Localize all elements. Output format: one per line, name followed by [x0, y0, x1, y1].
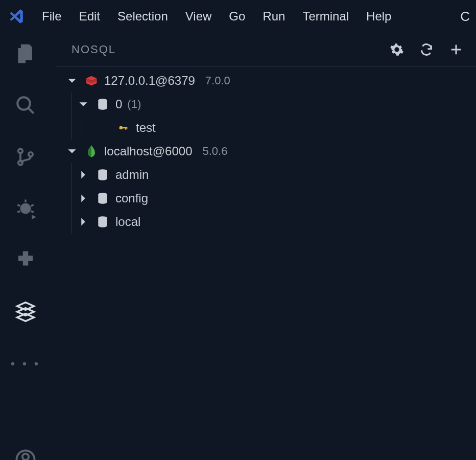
vscode-logo-icon — [6, 6, 27, 27]
menu-terminal[interactable]: Terminal — [302, 9, 349, 24]
panel-header: NOSQL — [51, 33, 476, 66]
menu-selection[interactable]: Selection — [117, 9, 168, 24]
extensions-icon[interactable] — [14, 248, 37, 272]
svg-line-9 — [17, 211, 20, 212]
svg-rect-19 — [125, 127, 126, 130]
tree-spacer — [97, 121, 110, 134]
files-icon[interactable] — [14, 42, 37, 65]
key-icon — [115, 120, 131, 135]
db-count: (1) — [127, 98, 141, 111]
connection-label: 127.0.0.1@6379 — [104, 74, 195, 88]
mongo-icon — [84, 144, 99, 159]
svg-point-4 — [29, 152, 33, 156]
debug-icon[interactable] — [14, 197, 37, 220]
mongo-db-config[interactable]: config — [56, 187, 476, 210]
svg-line-7 — [17, 205, 20, 206]
svg-point-12 — [17, 451, 35, 461]
chevron-right-icon — [77, 192, 90, 205]
mongo-children: admin config — [56, 163, 476, 234]
add-icon[interactable] — [448, 42, 464, 57]
search-icon[interactable] — [14, 94, 37, 117]
redis-db-0[interactable]: 0 (1) — [56, 93, 476, 116]
activitybar: • • • — [0, 33, 51, 460]
svg-line-8 — [31, 205, 34, 206]
menu-edit[interactable]: Edit — [79, 9, 100, 24]
svg-line-10 — [31, 211, 34, 212]
db-name: admin — [115, 168, 149, 182]
nosql-activity-icon[interactable] — [14, 300, 37, 324]
panel-actions — [389, 42, 464, 57]
database-icon — [95, 167, 110, 182]
menu-view[interactable]: View — [185, 9, 212, 24]
db-name: config — [115, 191, 148, 205]
connection-redis[interactable]: 127.0.0.1@6379 7.0.0 — [56, 69, 476, 93]
menu-run[interactable]: Run — [263, 9, 285, 24]
key-name: test — [136, 121, 156, 135]
redis-key-test[interactable]: test — [56, 116, 476, 140]
redis-db-0-keys: test — [56, 116, 476, 140]
database-icon — [95, 214, 110, 229]
redis-children: 0 (1) test — [56, 93, 476, 140]
chevron-right-icon — [77, 215, 90, 228]
database-icon — [95, 97, 110, 112]
connection-version: 5.0.6 — [202, 145, 227, 158]
source-control-icon[interactable] — [14, 145, 37, 169]
menu-go[interactable]: Go — [229, 9, 245, 24]
svg-point-2 — [18, 149, 22, 153]
redis-icon — [84, 73, 99, 88]
db-name: local — [115, 215, 140, 229]
sidepanel: NOSQL — [51, 33, 476, 460]
refresh-icon[interactable] — [419, 42, 434, 57]
svg-marker-11 — [32, 215, 36, 219]
svg-rect-20 — [127, 127, 128, 129]
mongo-db-local[interactable]: local — [56, 210, 476, 234]
chevron-down-icon — [65, 145, 79, 158]
svg-line-1 — [28, 108, 34, 113]
chevron-right-icon — [77, 168, 90, 181]
settings-icon[interactable] — [389, 42, 404, 57]
connection-label: localhost@6000 — [104, 144, 192, 158]
mongo-db-admin[interactable]: admin — [56, 163, 476, 187]
svg-point-0 — [17, 97, 30, 110]
chevron-down-icon — [65, 74, 79, 87]
svg-point-17 — [120, 126, 123, 130]
database-icon — [95, 191, 110, 206]
db-name: 0 — [115, 97, 122, 111]
svg-point-13 — [22, 454, 29, 460]
main: • • • NOSQL — [0, 33, 476, 460]
more-icon[interactable]: • • • — [11, 357, 41, 371]
connection-version: 7.0.0 — [205, 74, 230, 87]
menu-file[interactable]: File — [42, 9, 62, 24]
menubar-overflow: C — [460, 9, 470, 25]
account-icon[interactable] — [14, 448, 37, 460]
menubar: File Edit Selection View Go Run Terminal… — [0, 0, 476, 33]
svg-point-5 — [20, 203, 31, 214]
menu-help[interactable]: Help — [366, 9, 391, 24]
menu-list: File Edit Selection View Go Run Terminal… — [42, 9, 391, 24]
connection-mongo[interactable]: localhost@6000 5.0.6 — [56, 140, 476, 163]
panel-title: NOSQL — [72, 43, 116, 56]
tree: 127.0.0.1@6379 7.0.0 0 (1) — [56, 66, 476, 460]
chevron-down-icon — [77, 98, 90, 111]
